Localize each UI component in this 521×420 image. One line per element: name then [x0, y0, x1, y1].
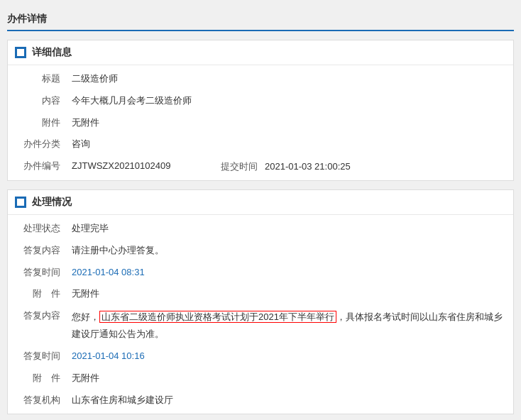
row-title: 标题 二级造价师	[8, 68, 513, 90]
label-reply1: 答复内容	[15, 243, 72, 258]
submit-time-value: 2021-01-03 21:00:25	[265, 161, 351, 172]
row-reply-time1: 答复时间 2021-01-04 08:31	[8, 262, 513, 284]
value-reply-org: 山东省住房和城乡建设厅	[72, 393, 506, 408]
label-number: 办件编号	[15, 159, 72, 174]
reply2-highlighted: 山东省二级造价师执业资格考试计划于2021年下半年举行	[99, 311, 336, 323]
row-attachment: 附件 无附件	[8, 112, 513, 134]
section2-title: 处理情况	[32, 196, 72, 209]
label-reply-time2: 答复时间	[15, 349, 72, 364]
submit-time-label: 提交时间	[221, 160, 258, 173]
row-category: 办件分类 咨询	[8, 133, 513, 155]
value-attachment2: 无附件	[72, 371, 506, 386]
value-reply-time2: 2021-01-04 10:16	[72, 349, 506, 364]
label-attachment1: 附 件	[15, 287, 72, 302]
label-status: 处理状态	[15, 221, 72, 236]
section1-title: 详细信息	[32, 46, 72, 59]
label-category: 办件分类	[15, 137, 72, 152]
value-number: ZJTWSZX20210102409	[72, 159, 199, 174]
label-title: 标题	[15, 72, 72, 87]
value-reply2: 您好，山东省二级造价师执业资格考试计划于2021年下半年举行，具体报名考试时间以…	[72, 309, 506, 342]
value-attachment1: 无附件	[72, 287, 506, 302]
section1-body: 标题 二级造价师 内容 今年大概几月会考二级造价师 附件 无附件 办件分类 咨询…	[8, 65, 513, 180]
value-attachment: 无附件	[72, 116, 506, 131]
row-number: 办件编号 ZJTWSZX20210102409 提交时间 2021-01-03 …	[8, 155, 513, 177]
section-detail-info: 详细信息 标题 二级造价师 内容 今年大概几月会考二级造价师 附件 无附件 办件…	[7, 40, 514, 181]
label-reply-time1: 答复时间	[15, 265, 72, 280]
label-reply-org: 答复机构	[15, 393, 72, 408]
section2-header: 处理情况	[8, 190, 513, 215]
row-status: 处理状态 处理完毕	[8, 218, 513, 240]
label-content: 内容	[15, 94, 72, 109]
row-reply-org: 答复机构 山东省住房和城乡建设厅	[8, 389, 513, 411]
page-title: 办件详情	[7, 7, 514, 31]
row-reply-time2: 答复时间 2021-01-04 10:16	[8, 346, 513, 368]
row-attachment1: 附 件 无附件	[8, 283, 513, 305]
value-reply-time1: 2021-01-04 08:31	[72, 265, 506, 280]
row-reply2: 答复内容 您好，山东省二级造价师执业资格考试计划于2021年下半年举行，具体报名…	[8, 305, 513, 346]
row-attachment2: 附 件 无附件	[8, 368, 513, 389]
section-process-info: 处理情况 处理状态 处理完毕 答复内容 请注册中心办理答复。 答复时间 2021…	[7, 189, 514, 414]
section1-header: 详细信息	[8, 40, 513, 65]
value-status: 处理完毕	[72, 221, 506, 236]
section2-icon	[15, 197, 26, 208]
row-reply1: 答复内容 请注册中心办理答复。	[8, 240, 513, 262]
label-attachment: 附件	[15, 116, 72, 131]
value-category: 咨询	[72, 137, 506, 152]
section2-body: 处理状态 处理完毕 答复内容 请注册中心办理答复。 答复时间 2021-01-0…	[8, 215, 513, 414]
section1-icon	[15, 47, 26, 58]
reply2-prefix: 您好，	[72, 311, 99, 322]
label-reply2: 答复内容	[15, 309, 72, 324]
row-content: 内容 今年大概几月会考二级造价师	[8, 90, 513, 112]
value-reply1: 请注册中心办理答复。	[72, 243, 506, 258]
value-title: 二级造价师	[72, 72, 506, 87]
value-content: 今年大概几月会考二级造价师	[72, 94, 506, 109]
label-attachment2: 附 件	[15, 371, 72, 386]
